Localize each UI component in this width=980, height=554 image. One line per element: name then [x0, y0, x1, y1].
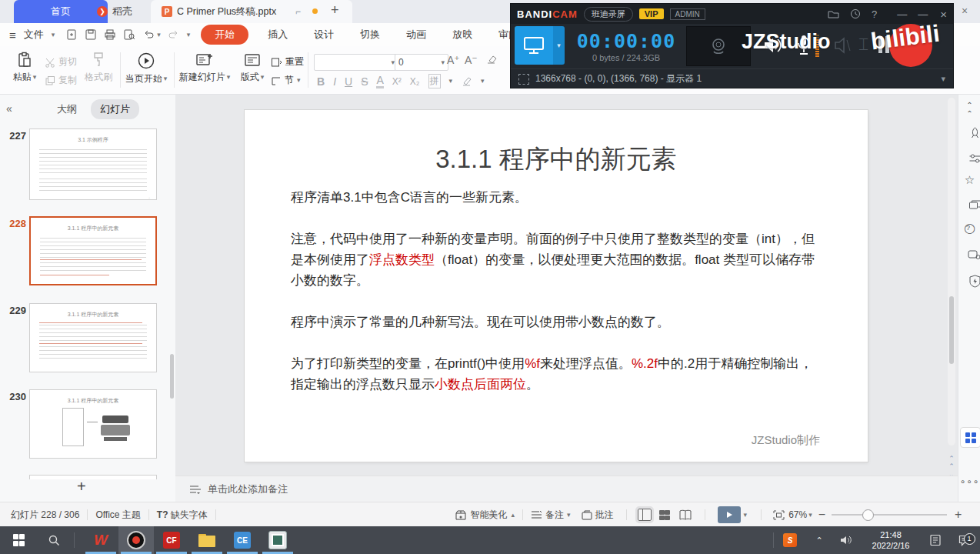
collapse-panel-button[interactable]: « [6, 102, 12, 115]
fit-to-window-icon[interactable] [773, 510, 785, 520]
decrease-font-icon[interactable]: A⁻ [465, 54, 478, 66]
action-center-button[interactable]: 1 [949, 526, 980, 554]
tab-docer[interactable]: ❯ 稻壳 [86, 0, 143, 23]
missing-font-label[interactable]: 缺失字体 [171, 509, 208, 522]
menu-transition[interactable]: 切换 [354, 25, 386, 44]
taskbar-bandicam-app[interactable] [118, 526, 154, 554]
start-button[interactable] [0, 526, 37, 554]
zoom-in-button[interactable]: + [955, 508, 962, 522]
add-slide-button[interactable]: + [77, 478, 86, 496]
save-icon[interactable] [85, 28, 97, 41]
slide-title-textbox[interactable]: 3.1.1 程序中的新元素 [245, 142, 868, 177]
slide-thumbnail-230[interactable]: 3.1.1 程序中的新元素 [29, 389, 157, 459]
zoom-caret-icon[interactable]: ▾ [808, 512, 812, 519]
screen-recording-mode-button[interactable] [515, 26, 553, 65]
menu-animation[interactable]: 动画 [400, 25, 432, 44]
increase-font-icon[interactable]: A⁺ [447, 54, 460, 66]
menu-start[interactable]: 开始 [201, 25, 248, 45]
collapse-ribbon-icon[interactable]: ⌃⌃ [958, 101, 980, 118]
slide-thumbnail-partial[interactable] [29, 475, 157, 479]
scrollbar-thumb[interactable] [949, 296, 954, 364]
zoom-slider[interactable] [832, 514, 947, 516]
redo-icon[interactable] [167, 28, 179, 41]
menu-slideshow[interactable]: 放映 [446, 25, 478, 44]
slide-thumbnail-228-selected[interactable]: 3.1.1 程序中的新元素 [29, 216, 157, 285]
notes-bar[interactable]: 单击此处添加备注 [175, 476, 958, 502]
bandicam-region-bar[interactable]: 1366x768 - (0, 0), (1366, 768) - 显示器 1 ▾ [511, 68, 953, 88]
window-close-icon[interactable]: × [962, 5, 968, 17]
taskbar-ce-app[interactable]: CE [225, 526, 260, 554]
slide-body-textbox[interactable]: 程序清单3.1中包含C语言的一些新元素。 注意，代码中使用了一种新的变量声明。前… [291, 187, 825, 416]
paste-button[interactable]: 粘贴▾ [8, 52, 42, 84]
format-painter-button[interactable]: 格式刷 [80, 52, 117, 84]
presenter-icon[interactable]: ⌐ [295, 6, 301, 17]
print-preview-icon[interactable] [123, 28, 135, 41]
menu-design[interactable]: 设计 [308, 25, 340, 44]
font-color-button[interactable]: A [376, 74, 383, 88]
slide-thumbnail-229[interactable]: 3.1.1 程序中的新元素 [29, 303, 157, 372]
copy-button[interactable]: 复制 [45, 74, 77, 87]
taskbar-wps-app[interactable]: W [83, 526, 118, 554]
taskbar-editor-app[interactable] [260, 526, 295, 554]
tray-document-icon[interactable] [922, 526, 949, 554]
file-caret-icon[interactable]: ▾ [52, 32, 55, 38]
bandicam-close-icon[interactable]: × [940, 8, 947, 21]
notes-placeholder[interactable]: 单击此处添加备注 [208, 482, 288, 496]
undo-icon[interactable] [143, 28, 155, 41]
underline-button[interactable]: U [345, 75, 352, 88]
new-tab-button[interactable]: + [331, 2, 339, 18]
help-icon[interactable]: ◯? [958, 222, 980, 234]
vertical-scrollbar[interactable] [948, 98, 955, 446]
schedule-clock-icon[interactable] [850, 8, 861, 19]
tray-sogou-icon[interactable]: S [777, 526, 803, 554]
tray-volume-icon[interactable] [832, 526, 860, 554]
taskbar-clock[interactable]: 21:482022/2/16 [863, 526, 918, 554]
tray-expand-icon[interactable]: ⌃ [808, 526, 831, 554]
bandicam-title-bar[interactable]: BANDICAM 班迪录屏 VIP ADMIN ? — — × [511, 4, 953, 24]
theme-name[interactable]: Office 主题 [95, 509, 140, 522]
phonetic-caret-icon[interactable]: ▾ [449, 78, 453, 85]
slide-sorter-view-button[interactable] [659, 510, 669, 520]
tab-slides[interactable]: 幻灯片 [91, 99, 139, 119]
open-folder-icon[interactable] [828, 9, 839, 19]
taskbar-file-explorer[interactable] [189, 526, 225, 554]
menu-insert[interactable]: 插入 [262, 25, 294, 44]
section-button[interactable]: 节▾ [271, 74, 301, 87]
panel-scrollbar[interactable] [170, 354, 174, 399]
star-favorite-icon[interactable]: ☆ [958, 173, 980, 187]
notes-toggle-button[interactable]: 备注 ▾ [531, 509, 571, 522]
phonetic-guide-button[interactable]: 拼 [428, 74, 441, 88]
slide-canvas[interactable]: 3.1.1 程序中的新元素 程序清单3.1中包含C语言的一些新元素。 注意，代码… [245, 110, 868, 462]
play-from-current-button[interactable]: 当页开始▾ [123, 52, 169, 85]
tab-outline[interactable]: 大纲 [48, 99, 86, 119]
drawing-tool-icon[interactable]: ⌶ [858, 35, 868, 55]
more-options-icon[interactable]: ∘∘∘ [958, 476, 980, 487]
tab-document[interactable]: P C Primer Plus终稿.pptx [151, 0, 352, 23]
cut-button[interactable]: 剪切 [45, 55, 77, 68]
region-dropdown-icon[interactable]: ▾ [941, 74, 945, 84]
recording-mode-dropdown[interactable]: ▾ [553, 26, 565, 65]
slide-thumbnail-227[interactable]: 3.1 示例程序 ◦ [29, 128, 157, 200]
adjust-sliders-icon[interactable] [964, 153, 980, 164]
reading-view-button[interactable] [678, 509, 692, 521]
highlight-pen-icon[interactable] [461, 76, 472, 87]
comments-button[interactable]: 批注 [582, 509, 614, 522]
italic-button[interactable]: I [333, 75, 336, 88]
strikethrough-button[interactable]: S [361, 75, 368, 88]
customer-service-icon[interactable] [963, 249, 980, 260]
reset-button[interactable]: 重置 [271, 55, 304, 68]
print-icon[interactable] [104, 28, 116, 41]
apps-grid-button[interactable] [960, 427, 980, 448]
mouse-effects-icon[interactable] [832, 36, 852, 55]
zoom-out-button[interactable]: − [818, 508, 825, 522]
play-options-caret[interactable]: ▾ [744, 512, 748, 519]
menu-file[interactable]: 文件 [18, 25, 50, 44]
clear-format-icon[interactable] [485, 54, 497, 65]
beautify-button[interactable]: 智能美化 ▴ [455, 509, 515, 522]
undo-caret-icon[interactable]: ▾ [157, 32, 161, 38]
taskbar-cf-app[interactable]: CF [154, 526, 189, 554]
slideshow-play-button[interactable] [718, 506, 741, 523]
superscript-button[interactable]: X² [392, 76, 402, 87]
bold-button[interactable]: B [317, 75, 325, 88]
new-doc-icon[interactable] [65, 28, 78, 41]
